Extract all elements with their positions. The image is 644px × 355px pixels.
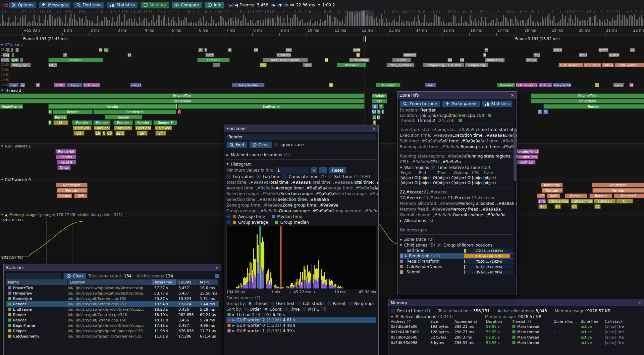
cpu-zone-bar[interactable]: Tracy Profiler [232, 83, 265, 87]
zone-bar[interactable]: CalcGeome [547, 199, 569, 204]
allocations-list-toggle[interactable]: ▶Allocations list [400, 218, 514, 223]
statistics-table-row[interactable]: EndFrame jni/../jni/src/claw/gfx/drv/vk/… [6, 307, 219, 312]
zoom-to-zone-button[interactable]: Zoom to zone [400, 100, 440, 107]
zone-bar[interactable]: CalcGeo [155, 126, 172, 130]
zone-bar[interactable]: Render [542, 188, 563, 193]
compare-button[interactable]: Compare [171, 2, 202, 9]
zone-bar[interactable]: Tl [381, 109, 385, 114]
zone-bar[interactable]: RenderJob [592, 183, 644, 187]
cpu-zone-bar[interactable]: le [63, 53, 67, 57]
zone-bar[interactable]: RenderJol [541, 183, 563, 187]
zone-bar[interactable]: C [178, 109, 181, 114]
statistics-table-row[interactable]: BeginFrame jni/../jni/src/claw/gfx/drv/v… [6, 323, 219, 328]
statistics-table-row[interactable]: CalcGeometry jni/../jni/src/claw/graphic… [6, 334, 219, 339]
zone-bar[interactable]: Render [589, 193, 612, 198]
focus-frame-button[interactable]: ⊕ [283, 3, 287, 7]
cpu-zone-bar[interactable]: GUIF worl [83, 83, 100, 87]
column-header-total-time[interactable]: Total time [152, 279, 176, 285]
cpu-zone-bar[interactable]: I [595, 83, 599, 87]
cpu-zone-bar[interactable]: Tra [8, 83, 19, 87]
found-zone-group-row[interactable]: ▶ GUIF worker 1(3,192)4.39 s [226, 328, 376, 334]
cpu-zone-bar[interactable]: GUIF worker 0 [558, 63, 584, 67]
legend-checkbox[interactable]: ✓ [226, 214, 231, 219]
zone-bar[interactable]: RenderJob [93, 109, 176, 114]
close-icon[interactable]: × [215, 265, 219, 270]
filter-zones-input[interactable] [6, 273, 61, 279]
zone-bar[interactable]: Render [56, 154, 76, 159]
allocation-row[interactable]: 0x7dfc53d998 8 bytes 298.34 ms 59.95 s M… [391, 340, 641, 345]
wait-region-row[interactable]: [object Object][object Object][object Ob… [400, 180, 514, 185]
cpu-zone-bar[interactable]: cfr [254, 48, 258, 52]
cpu-zone-bar[interactable]: st [356, 53, 360, 57]
zone-bar[interactable]: D [377, 115, 380, 120]
column-header-zone-free[interactable]: Zone free [581, 319, 605, 324]
zone-bar[interactable]: Dra [538, 199, 546, 204]
column-header-counts[interactable]: Counts [176, 279, 198, 285]
cpu-zone-bar[interactable]: GUIF w [538, 83, 552, 87]
cpu-zone-bar[interactable]: rot_d [48, 63, 57, 67]
power-button[interactable] [2, 3, 6, 7]
statistics-table-row[interactable]: OnRedraw jni/../jni/src/claw/application… [6, 291, 219, 296]
zone-bar[interactable]: Cl [616, 199, 633, 204]
zone-bar[interactable]: 24 [373, 120, 376, 125]
zone-bar[interactable]: Render F [153, 120, 177, 125]
expand-icon[interactable]: ▶ [232, 313, 235, 316]
cpu-zone-bar[interactable]: kwoc [285, 48, 292, 52]
zone-bar[interactable]: C1 [594, 204, 601, 209]
allocation-row[interactable]: 0x7dfaa64e00 192 bytes 298.21 ms 59.95 s… [391, 324, 641, 329]
thread2-header[interactable]: ▼Thread-2 [0, 88, 644, 93]
zone-bar[interactable]: CalcGeoi [94, 126, 110, 130]
zone-bar[interactable]: CalcGeo [73, 126, 92, 130]
filter-clear-button[interactable]: Clear [63, 273, 86, 279]
scrollbar-thumb[interactable] [514, 128, 516, 181]
zone-bar[interactable]: CalcGeoi [135, 126, 151, 130]
found-zone-group-row[interactable]: ▶ GUIF worker 0(3,231)4.48 s [226, 323, 376, 328]
cpu-zone-bar[interactable]: sen-es [553, 48, 562, 52]
statistics-table-row[interactable]: Clipper jni/../jni/src/claw/gfx/geo/Clip… [6, 328, 219, 334]
zone-bar[interactable]: Rencer [565, 193, 587, 198]
column-header-zone-alloc[interactable]: Zone alloc [554, 319, 581, 324]
cpu-zone-bar[interactable]: Thread-2 [48, 58, 103, 62]
cpu-zone-bar[interactable]: Thread-2 [497, 83, 515, 87]
cpu-zone-bar[interactable]: Tracy I [130, 83, 142, 87]
zone-bar[interactable]: Render [135, 120, 152, 125]
sort-by-option[interactable]: Time [284, 307, 300, 312]
cpu-zone-bar[interactable]: sy [20, 83, 25, 87]
zone-bar[interactable]: S3 [372, 109, 376, 114]
sort-by-option[interactable]: MTPC [302, 307, 319, 312]
zone-bar[interactable]: 26 [137, 131, 148, 136]
zone-bar[interactable]: Draw [57, 165, 71, 170]
zone-bar[interactable]: Render [72, 120, 92, 125]
zone-bar[interactable]: Render [48, 104, 176, 109]
zone-bar[interactable]: C [102, 131, 106, 136]
child-zones-toggle[interactable]: ▼Child zones(5)✓Group children locations [400, 242, 514, 248]
child-zone-row[interactable]: Submit 35.63 µs (0.79%) [400, 269, 514, 275]
tools-button[interactable] [227, 3, 231, 7]
zone-bar[interactable]: C8 [106, 131, 113, 136]
expand-icon[interactable]: ▶ [405, 254, 407, 258]
cpu-zone-bar[interactable]: GUIF worker 1 [614, 63, 644, 67]
group-by-option[interactable]: Parent [327, 301, 345, 306]
cpu-zone-bar[interactable]: au [204, 48, 208, 52]
cpu-zone-bar[interactable]: syste [613, 83, 624, 87]
column-header-address[interactable]: Address (?) [391, 319, 430, 324]
zone-bar[interactable]: call [372, 99, 387, 103]
cpu-zone-bar[interactable]: rot_ol [533, 53, 540, 57]
zone-bar[interactable]: RenderJRend [515, 149, 539, 154]
cpu-zone-bar[interactable]: sys [104, 48, 109, 52]
zone-bar[interactable]: Render [93, 120, 111, 125]
thread-badge[interactable] [459, 119, 462, 122]
zone-bar[interactable]: CalcGeo [594, 199, 615, 204]
zone-bar[interactable]: 22 C [115, 131, 125, 136]
zone-trace-toggle[interactable]: ▶Zone trace(2) [400, 236, 514, 242]
cpu-zone-bar[interactable]: tracy_syn- [10, 63, 31, 67]
zone-bar[interactable]: CalcGeomet [571, 199, 593, 204]
find-button[interactable]: Find [226, 141, 247, 148]
info-button[interactable]: Info [204, 2, 224, 9]
cpu-zone-bar[interactable]: rot [460, 58, 464, 62]
zone-bar[interactable]: CalcGeoi [114, 126, 132, 130]
restrict-time-checkbox[interactable] [391, 309, 395, 313]
cpu-zone-bar[interactable]: Tracy [66, 83, 83, 87]
statistics-table-row[interactable]: RenderJob jni/../jni/src/guif/Screen.cpp… [6, 296, 219, 301]
child-zone-row[interactable]: ▶ RenderJob(×2) 4.16 ms (92.60%) [400, 253, 514, 259]
